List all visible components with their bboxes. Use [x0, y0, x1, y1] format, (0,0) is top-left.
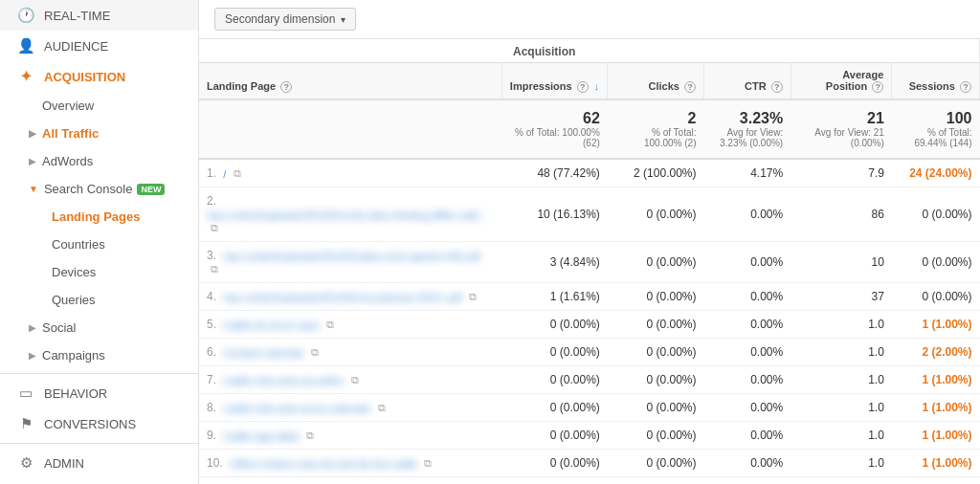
acquisition-group-header: Acquisition: [501, 39, 980, 63]
arrow-icon-adwords: ▶: [29, 156, 36, 166]
cell-avg-position: 7.9: [791, 159, 892, 187]
table-row: 7. /cattle-mils-ante-arcuellen ⧉ 0 (0.00…: [199, 366, 980, 394]
sidebar-label-audience: AUDIENCE: [44, 39, 108, 54]
help-icon-clicks[interactable]: ?: [684, 81, 696, 93]
landing-page-link[interactable]: /: [223, 168, 226, 180]
table-row: 8. /cattle-mils-ante-arcus-calendar ⧉ 0 …: [199, 394, 980, 422]
clock-icon: 🕐: [15, 7, 36, 24]
copy-icon[interactable]: ⧉: [469, 291, 477, 302]
table-row: 4. /wp-content/uploads/2014/01/mucalcina…: [199, 283, 980, 311]
cell-clicks: 2 (100.00%): [608, 159, 704, 187]
cell-ctr: 0.00%: [703, 311, 791, 339]
help-icon-impressions[interactable]: ?: [577, 81, 589, 93]
landing-page-link[interactable]: /wp-content/uploads/2014/01/cofs-dairy-f…: [207, 209, 494, 221]
cell-sessions: 2 (2.00%): [892, 339, 980, 366]
cell-clicks: 0 (0.00%): [608, 366, 704, 394]
sidebar-item-all-traffic[interactable]: ▶ All Traffic: [0, 120, 198, 147]
copy-icon[interactable]: ⧉: [211, 222, 218, 233]
cell-avg-position: 10: [791, 242, 892, 283]
copy-icon[interactable]: ⧉: [306, 429, 314, 441]
sidebar-item-landing-pages[interactable]: Landing Pages: [0, 203, 198, 231]
landing-page-link[interactable]: /wp-content/uploads/2014/01/aba-scion-ga…: [223, 251, 479, 262]
cell-sessions: 24 (24.00%): [892, 159, 980, 187]
landing-page-link[interactable]: /cattle-mils-ante-arcus-calendar: [223, 403, 370, 414]
secondary-dimension-button[interactable]: Secondary dimension ▾: [214, 8, 356, 31]
cell-clicks: 0 (0.00%): [608, 422, 704, 450]
landing-page-link[interactable]: /cattle-de-arcor-says: [223, 319, 319, 331]
cell-ctr: 0.00%: [703, 450, 791, 477]
help-icon-sessions[interactable]: ?: [960, 81, 971, 93]
cell-landing-page: 2. /wp-content/uploads/2014/01/cofs-dair…: [199, 187, 501, 242]
th-sessions: Sessions ?: [892, 63, 980, 100]
cell-ctr: 0.00%: [703, 422, 791, 450]
help-icon-ctr[interactable]: ?: [771, 81, 783, 93]
table-row: 3. /wp-content/uploads/2014/01/aba-scion…: [199, 242, 980, 283]
landing-page-link[interactable]: /cattle-mils-ante-arcuellen: [223, 375, 344, 386]
sidebar-item-audience[interactable]: 👤 AUDIENCE: [0, 31, 198, 61]
cell-impressions: 0 (0.00%): [501, 450, 608, 477]
sidebar-item-devices[interactable]: Devices: [0, 258, 198, 286]
table-row: 2. /wp-content/uploads/2014/01/cofs-dair…: [199, 187, 980, 242]
sidebar-item-behavior[interactable]: ▭ BEHAVIOR: [0, 378, 198, 408]
summary-landing-page: [199, 99, 501, 159]
landing-page-link[interactable]: /contact-calendar: [223, 347, 303, 359]
landing-page-link[interactable]: /cattle-aga-dalar: [223, 430, 300, 442]
sidebar-label-acquisition: ACQUISITION: [44, 70, 125, 84]
cell-ctr: 0.00%: [703, 366, 791, 394]
landing-page-link[interactable]: /office-chalice-rops-de-aud-de-ilus-catt…: [230, 458, 417, 470]
cell-landing-page: 7. /cattle-mils-ante-arcuellen ⧉: [199, 366, 501, 394]
row-number: 3.: [207, 249, 216, 262]
sidebar-label-devices: Devices: [52, 265, 96, 279]
sidebar-divider-2: [0, 443, 198, 444]
sidebar-label-adwords: AdWords: [42, 154, 93, 168]
row-number: 7.: [207, 373, 216, 386]
data-table: Acquisition Landing Page ? Impressions ?…: [199, 39, 980, 477]
table-row: 10. /office-chalice-rops-de-aud-de-ilus-…: [199, 450, 980, 477]
cell-ctr: 0.00%: [703, 242, 791, 283]
th-impressions: Impressions ? ↓: [501, 63, 608, 100]
data-table-container: Acquisition Landing Page ? Impressions ?…: [199, 39, 980, 477]
sidebar-item-campaigns[interactable]: ▶ Campaigns: [0, 341, 198, 369]
table-row: 5. /cattle-de-arcor-says ⧉ 0 (0.00%) 0 (…: [199, 311, 980, 339]
arrow-icon-campaigns: ▶: [29, 350, 36, 361]
copy-icon[interactable]: ⧉: [211, 263, 218, 275]
sidebar-item-conversions[interactable]: ⚑ CONVERSIONS: [0, 408, 198, 439]
help-icon-landing-page[interactable]: ?: [280, 81, 292, 93]
copy-icon[interactable]: ⧉: [378, 402, 386, 413]
sidebar-item-real-time[interactable]: 🕐 REAL-TIME: [0, 0, 198, 31]
row-number: 10.: [207, 456, 223, 470]
copy-icon[interactable]: ⧉: [234, 167, 241, 179]
sidebar-item-social[interactable]: ▶ Social: [0, 314, 198, 341]
cell-impressions: 0 (0.00%): [501, 394, 608, 422]
cell-impressions: 10 (16.13%): [501, 187, 608, 242]
row-number: 5.: [207, 318, 216, 331]
cell-ctr: 0.00%: [703, 394, 791, 422]
cell-avg-position: 1.0: [791, 366, 892, 394]
cell-avg-position: 37: [791, 283, 892, 311]
sidebar-item-acquisition[interactable]: ✦ ACQUISITION: [0, 61, 198, 92]
sidebar-item-queries[interactable]: Queries: [0, 286, 198, 314]
summary-avg-position: 21 Avg for View: 21 (0.00%): [791, 99, 892, 159]
cell-sessions: 0 (0.00%): [892, 187, 980, 242]
row-number: 8.: [207, 401, 216, 414]
help-icon-avg-position[interactable]: ?: [872, 81, 883, 93]
cell-impressions: 1 (1.61%): [501, 283, 608, 311]
sidebar-item-admin[interactable]: ⚙ ADMIN: [0, 448, 198, 478]
sidebar: 🕐 REAL-TIME 👤 AUDIENCE ✦ ACQUISITION Ove…: [0, 0, 199, 484]
sidebar-label-behavior: BEHAVIOR: [44, 386, 107, 401]
sidebar-item-search-console[interactable]: ▼ Search Console NEW: [0, 175, 198, 203]
th-clicks: Clicks ?: [608, 63, 704, 100]
sidebar-item-overview[interactable]: Overview: [0, 92, 198, 120]
sidebar-label-overview: Overview: [42, 99, 94, 113]
copy-icon[interactable]: ⧉: [424, 457, 432, 469]
sidebar-item-adwords[interactable]: ▶ AdWords: [0, 147, 198, 175]
cell-avg-position: 1.0: [791, 422, 892, 450]
copy-icon[interactable]: ⧉: [326, 319, 334, 330]
copy-icon[interactable]: ⧉: [311, 346, 319, 358]
copy-icon[interactable]: ⧉: [351, 374, 359, 385]
arrow-icon-social: ▶: [29, 322, 36, 333]
sidebar-item-countries[interactable]: Countries: [0, 231, 198, 258]
cell-landing-page: 3. /wp-content/uploads/2014/01/aba-scion…: [199, 242, 501, 283]
summary-row: 62 % of Total: 100.00% (62) 2 % of Total…: [199, 99, 980, 159]
landing-page-link[interactable]: /wp-content/uploads/2014/01/mucalcinas-2…: [223, 292, 462, 303]
